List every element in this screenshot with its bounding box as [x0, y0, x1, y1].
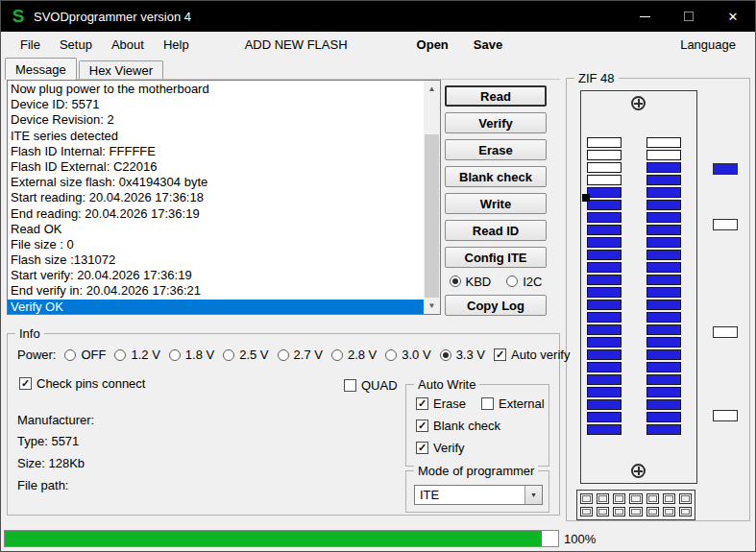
power-radio-3-0v[interactable]: 3.0 V: [385, 348, 430, 362]
kbd-radio-label: KBD: [466, 275, 492, 289]
zif-pin: [646, 200, 681, 210]
read-id-button[interactable]: Read ID: [445, 220, 547, 241]
checkbox-label: Erase: [433, 396, 466, 411]
menu-about[interactable]: About: [102, 37, 154, 52]
auto-write-external-checkbox[interactable]: External: [481, 396, 545, 411]
config-ite-button[interactable]: Config ITE: [445, 247, 547, 268]
menu-save[interactable]: Save: [464, 37, 512, 52]
dropdown-arrow-icon[interactable]: ▼: [524, 486, 542, 504]
scroll-up-icon[interactable]: ▲: [424, 81, 440, 97]
log-line[interactable]: Device ID: 5571: [8, 97, 424, 112]
zif-pin: [587, 312, 622, 323]
zif-pad: [646, 507, 659, 517]
mode-of-programmer-group: Mode of programmer ITE ▼: [405, 470, 549, 513]
menu-add-new-flash[interactable]: ADD NEW FLASH: [235, 37, 357, 52]
zif-side-slot: [713, 219, 738, 230]
log-line[interactable]: Start reading: 20.04.2026 17:36:18: [8, 190, 424, 205]
checkbox-label: Auto verify: [511, 348, 570, 362]
zif-pin: [646, 287, 681, 298]
read-button[interactable]: Read: [445, 85, 547, 107]
menu-file[interactable]: File: [11, 37, 50, 52]
kbd-radio[interactable]: KBD: [450, 275, 492, 289]
menu-setup[interactable]: Setup: [50, 37, 102, 52]
power-radio-1-8v[interactable]: 1.8 V: [169, 348, 214, 362]
power-radio-2-5v[interactable]: 2.5 V: [223, 348, 268, 362]
zif-pin: [587, 212, 622, 223]
auto-write-blank-check-checkbox[interactable]: Blank check: [416, 419, 500, 433]
power-label: Power:: [17, 348, 56, 362]
log-line[interactable]: External size flash: 0x4194304 byte: [8, 175, 424, 190]
blank-check-button[interactable]: Blank check: [445, 166, 547, 187]
zif-pin: [587, 250, 622, 260]
close-button[interactable]: ✕: [711, 1, 755, 32]
zif-pin: [587, 275, 622, 285]
i2c-radio[interactable]: I2C: [506, 275, 542, 289]
zif-pin: [646, 337, 681, 348]
tab-hex-viewer[interactable]: Hex Viewer: [79, 60, 163, 79]
tabstrip: Message Hex Viewer: [5, 58, 560, 80]
auto-write-erase-checkbox[interactable]: Erase: [416, 396, 466, 411]
log-line[interactable]: File size : 0: [8, 237, 424, 252]
auto-verify-checkbox[interactable]: Auto verify: [494, 348, 570, 362]
menu-language[interactable]: Language: [671, 37, 745, 52]
log-scrollbar[interactable]: ▲ ▼: [424, 81, 440, 314]
log-line[interactable]: Flash ID External: C22016: [8, 159, 424, 175]
power-radio-3-3v[interactable]: 3.3 V: [440, 348, 485, 362]
checkbox-label: QUAD: [361, 378, 398, 393]
power-radio-2-7v[interactable]: 2.7 V: [278, 348, 323, 362]
menu-open[interactable]: Open: [407, 37, 458, 52]
zif-pin: [646, 225, 681, 235]
log-line[interactable]: End verify in: 20.04.2026 17:36:21: [8, 283, 424, 299]
zif-pin: [646, 324, 681, 335]
info-group-label: Info: [15, 326, 44, 341]
log-line[interactable]: Read OK: [8, 222, 424, 237]
log-line-selected[interactable]: Verify OK: [8, 300, 424, 314]
minimize-icon: [640, 16, 650, 17]
log-line[interactable]: Start verify: 20.04.2026 17:36:19: [8, 268, 424, 283]
maximize-button[interactable]: [667, 1, 711, 32]
zif-pad: [580, 507, 593, 517]
verify-button[interactable]: Verify: [445, 112, 547, 133]
titlebar: S SVODprogrammer version 4 ✕: [1, 1, 755, 32]
scrollbar-thumb[interactable]: [425, 134, 439, 298]
menu-help[interactable]: Help: [154, 37, 199, 52]
screw-icon: [631, 96, 646, 110]
checkbox-label: Check pins connect: [37, 376, 145, 391]
log-line[interactable]: ITE series detected: [8, 129, 424, 144]
checkbox-icon: [416, 397, 428, 410]
radio-icon: [506, 276, 518, 287]
erase-button[interactable]: Erase: [445, 139, 547, 160]
quad-checkbox[interactable]: QUAD: [344, 378, 398, 393]
log-line[interactable]: Now plug power to the motherboard: [8, 82, 424, 97]
log-line[interactable]: Flash ID Internal: FFFFFE: [8, 144, 424, 159]
auto-write-verify-checkbox[interactable]: Verify: [416, 441, 465, 455]
power-radio-off[interactable]: OFF: [64, 348, 106, 362]
checkbox-label: Blank check: [433, 419, 500, 433]
power-radio-1-2v[interactable]: 1.2 V: [114, 348, 159, 362]
write-button[interactable]: Write: [445, 193, 547, 214]
zif-pin: [587, 424, 622, 435]
zif-pad: [597, 493, 609, 504]
size-label: Size: 128Kb: [17, 456, 85, 470]
zif-pin: [587, 362, 622, 372]
progress-fill: [5, 531, 542, 546]
message-log: Now plug power to the motherboard Device…: [7, 80, 441, 315]
app-logo-icon: S: [9, 6, 28, 27]
log-line[interactable]: End reading: 20.04.2026 17:36:19: [8, 206, 424, 222]
auto-write-group-label: Auto Write: [414, 377, 479, 392]
copy-log-button[interactable]: Copy Log: [445, 295, 547, 316]
type-label: Type: 5571: [17, 434, 79, 448]
zif-pin-column-right: [646, 137, 683, 437]
close-icon: ✕: [728, 10, 739, 24]
zif-pin: [646, 262, 681, 273]
radio-icon: [169, 349, 181, 361]
minimize-button[interactable]: [622, 1, 667, 32]
scroll-down-icon[interactable]: ▼: [424, 298, 440, 314]
log-line[interactable]: Device Revision: 2: [8, 112, 424, 128]
check-pins-connect-checkbox[interactable]: Check pins connect: [19, 376, 145, 391]
log-line[interactable]: Flash size :131072: [8, 252, 424, 268]
zif-pin: [587, 287, 622, 298]
power-radio-2-8v[interactable]: 2.8 V: [331, 348, 377, 362]
tab-message[interactable]: Message: [5, 58, 77, 80]
mode-combobox[interactable]: ITE ▼: [414, 485, 543, 505]
